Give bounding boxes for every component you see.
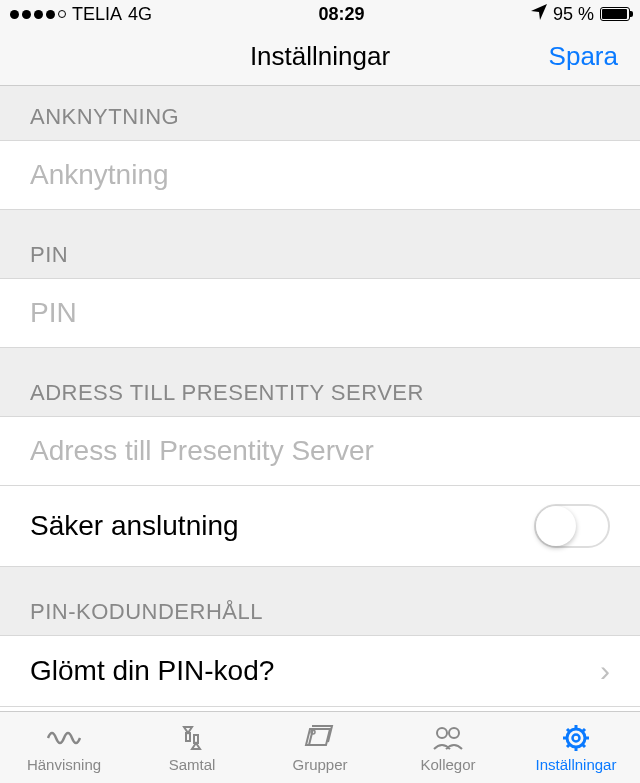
svg-point-4 — [573, 734, 580, 741]
battery-icon — [600, 7, 630, 21]
tab-hanvisning[interactable]: Hänvisning — [0, 712, 128, 783]
carrier-label: TELIA — [72, 4, 122, 25]
section-header-pin-maintenance: PIN-KODUNDERHÅLL — [0, 567, 640, 635]
svg-line-10 — [582, 744, 585, 747]
svg-line-9 — [567, 729, 570, 732]
extension-row[interactable] — [0, 140, 640, 210]
svg-point-2 — [449, 728, 459, 738]
tab-bar: Hänvisning Samtal Grupper Kollegor Instä… — [0, 711, 640, 783]
section-header-server: ADRESS TILL PRESENTITY SERVER — [0, 348, 640, 416]
tab-installningar[interactable]: Inställningar — [512, 712, 640, 783]
chevron-right-icon: › — [600, 654, 610, 688]
status-bar: TELIA 4G 08:29 95 % — [0, 0, 640, 28]
extension-input[interactable] — [30, 159, 610, 191]
signal-strength-icon — [10, 10, 66, 19]
tab-grupper[interactable]: Grupper — [256, 712, 384, 783]
colleagues-icon — [430, 723, 466, 753]
calls-icon — [174, 723, 210, 753]
gear-icon — [558, 723, 594, 753]
status-right: 95 % — [531, 4, 630, 25]
clock: 08:29 — [152, 4, 531, 25]
section-header-extension: ANKNYTNING — [0, 86, 640, 140]
section-header-pin: PIN — [0, 210, 640, 278]
network-label: 4G — [128, 4, 152, 25]
secure-connection-toggle[interactable] — [534, 504, 610, 548]
tab-label: Kollegor — [420, 756, 475, 773]
save-button[interactable]: Spara — [549, 41, 618, 72]
groups-icon — [302, 723, 338, 753]
tab-samtal[interactable]: Samtal — [128, 712, 256, 783]
secure-connection-row: Säker anslutning — [0, 485, 640, 567]
tab-label: Inställningar — [536, 756, 617, 773]
tab-label: Hänvisning — [27, 756, 101, 773]
server-address-input[interactable] — [30, 435, 610, 467]
svg-line-11 — [582, 729, 585, 732]
location-icon — [531, 4, 547, 25]
server-address-row[interactable] — [0, 416, 640, 485]
pin-input[interactable] — [30, 297, 610, 329]
svg-point-1 — [437, 728, 447, 738]
page-title: Inställningar — [250, 41, 390, 72]
battery-percent: 95 % — [553, 4, 594, 25]
pin-row[interactable] — [0, 278, 640, 348]
navigation-bar: Inställningar Spara — [0, 28, 640, 86]
tab-label: Grupper — [292, 756, 347, 773]
status-left: TELIA 4G — [10, 4, 152, 25]
toggle-knob — [536, 506, 576, 546]
forgot-pin-row[interactable]: Glömt din PIN-kod? › — [0, 635, 640, 706]
svg-line-12 — [567, 744, 570, 747]
tab-kollegor[interactable]: Kollegor — [384, 712, 512, 783]
tab-label: Samtal — [169, 756, 216, 773]
referral-icon — [46, 723, 82, 753]
forgot-pin-label: Glömt din PIN-kod? — [30, 655, 274, 687]
secure-connection-label: Säker anslutning — [30, 510, 239, 542]
